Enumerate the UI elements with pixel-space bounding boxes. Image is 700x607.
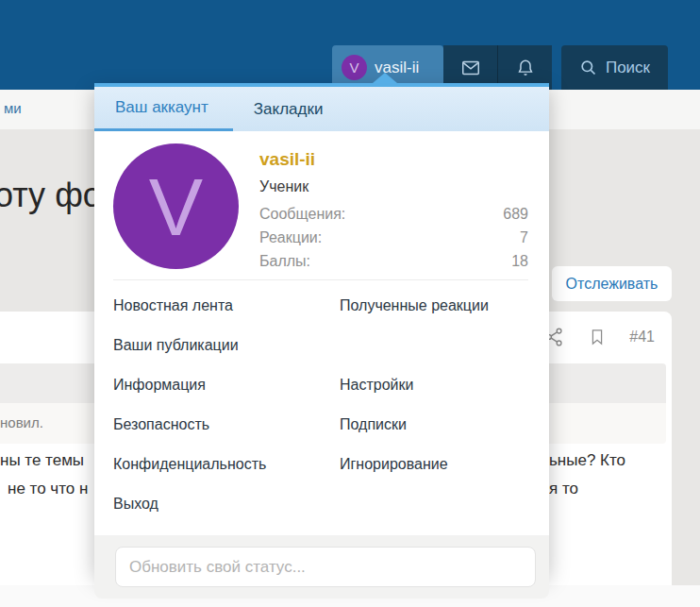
search-label: Поиск	[606, 59, 650, 77]
menu-row: Безопасность Подписки	[113, 416, 528, 456]
menu-item-preferences[interactable]: Настройки	[340, 377, 413, 416]
dropdown-footer	[94, 535, 549, 599]
dropdown-tabs: Ваш аккаунт Закладки	[94, 87, 549, 131]
dropdown-user-section: V vasil-ii Ученик Сообщения: 689 Реакции…	[94, 131, 549, 277]
stat-value: 7	[520, 229, 528, 253]
menu-item-ignoring[interactable]: Игнорирование	[340, 456, 448, 496]
stat-label: Баллы:	[259, 253, 310, 277]
stat-row-messages: Сообщения: 689	[259, 206, 528, 229]
breadcrumb[interactable]: ми	[4, 100, 22, 116]
dropdown-caret-icon	[373, 73, 397, 83]
stat-label: Сообщения:	[259, 206, 345, 229]
stat-label: Реакции:	[259, 229, 322, 253]
menu-item-reactions-received[interactable]: Полученные реакции	[340, 297, 489, 337]
stat-row-reactions: Реакции: 7	[259, 229, 528, 253]
dropdown-menu: Новостная лента Полученные реакции Ваши …	[113, 279, 528, 535]
post-number[interactable]: #41	[629, 329, 655, 346]
header-avatar: V	[342, 55, 367, 80]
user-stats: Сообщения: 689 Реакции: 7 Баллы: 18	[259, 206, 528, 277]
stat-value: 18	[511, 253, 528, 277]
menu-row: Выход	[113, 496, 528, 535]
menu-item-logout[interactable]: Выход	[113, 496, 340, 535]
search-icon	[579, 59, 598, 77]
post-text-fragment: я то	[549, 480, 578, 498]
mail-icon	[460, 58, 481, 78]
username-link[interactable]: vasil-ii	[259, 149, 528, 170]
post-text-fragment: не то что н	[8, 480, 88, 498]
stat-value: 689	[503, 206, 528, 229]
menu-row: Новостная лента Полученные реакции	[113, 297, 528, 337]
status-input[interactable]	[115, 547, 536, 587]
follow-button[interactable]: Отслеживать	[566, 276, 658, 293]
menu-row: Ваши публикации	[113, 337, 528, 377]
stat-row-points: Баллы: 18	[259, 253, 528, 277]
post-text-fragment: ьные? Кто	[549, 451, 625, 470]
menu-item-security[interactable]: Безопасность	[113, 416, 340, 456]
bell-icon	[515, 58, 536, 78]
account-dropdown: Ваш аккаунт Закладки V vasil-ii Ученик С…	[94, 83, 549, 574]
menu-item-news-feed[interactable]: Новостная лента	[113, 297, 340, 337]
user-info: vasil-ii Ученик Сообщения: 689 Реакции: …	[259, 143, 528, 277]
bookmark-icon[interactable]	[588, 328, 607, 346]
post-text-fragment: ны те темы	[0, 451, 84, 470]
menu-row: Конфиденциальность Игнорирование	[113, 456, 528, 496]
site-header: V vasil-ii Поиск	[0, 0, 700, 90]
post-meta: #41	[544, 327, 655, 347]
menu-row: Информация Настройки	[113, 377, 528, 416]
user-avatar[interactable]: V	[113, 143, 239, 269]
search-button[interactable]: Поиск	[561, 45, 668, 90]
user-title: Ученик	[259, 178, 528, 195]
follow-card: Отслеживать	[552, 266, 672, 301]
menu-item-your-content[interactable]: Ваши публикации	[113, 337, 340, 377]
menu-item-following[interactable]: Подписки	[340, 416, 407, 456]
tab-bookmarks[interactable]: Закладки	[233, 87, 348, 131]
menu-item-account-details[interactable]: Информация	[113, 377, 340, 416]
menu-item-privacy[interactable]: Конфиденциальность	[113, 456, 340, 496]
tab-your-account[interactable]: Ваш аккаунт	[94, 87, 233, 131]
